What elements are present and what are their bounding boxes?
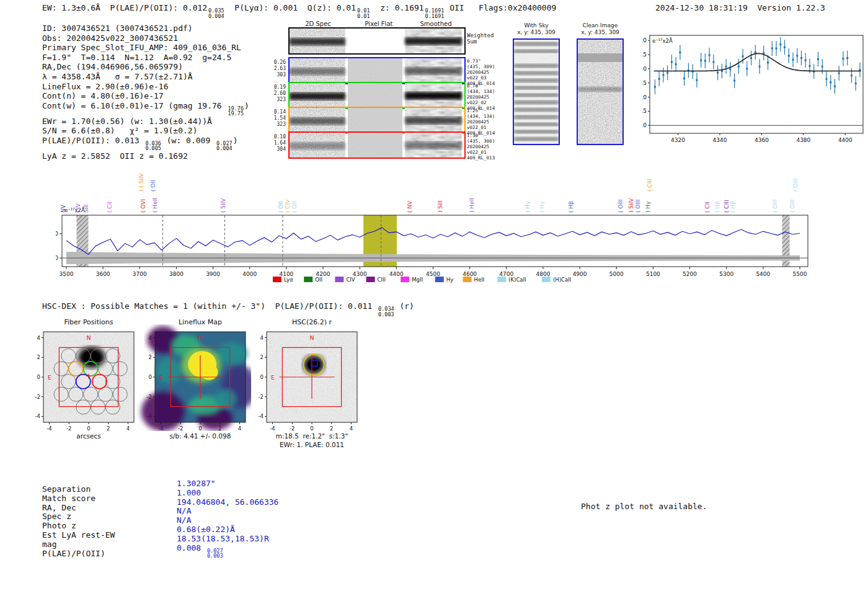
svg-text:4: 4	[37, 335, 40, 341]
info-line-4: RA,Dec (194.046906,56.065979)	[42, 62, 249, 72]
svg-text:0: 0	[260, 374, 264, 380]
svg-text:4: 4	[260, 335, 264, 341]
svg-text:4: 4	[350, 425, 353, 431]
svg-text:-2: -2	[290, 425, 294, 431]
spectral-line-label-Hβ: ( Hβ	[730, 201, 736, 213]
svg-text:4360: 4360	[755, 137, 769, 143]
lineflux-xlabel: s/b: 4.41 +/- 0.098	[148, 432, 253, 440]
info-line-7: Cont(n) = 4.80(±0.16)e-17	[42, 91, 249, 101]
match-row-label-4: Photo z	[42, 521, 76, 531]
svg-text:4400: 4400	[389, 271, 404, 277]
svg-text:0: 0	[87, 425, 90, 431]
svg-text:4380: 4380	[796, 137, 810, 143]
match-row-label-0: Separation	[42, 484, 91, 494]
spectral-line-label-OII: ( OII	[291, 201, 298, 213]
svg-text:4900: 4900	[573, 271, 587, 277]
match-row-value-7: 0.008 0.0270.003	[177, 543, 224, 559]
svg-text:-4: -4	[46, 425, 51, 431]
legend-item-Lyα: Lyα	[284, 277, 293, 283]
svg-text:5300: 5300	[719, 271, 733, 277]
svg-text:0.0: 0.0	[642, 122, 647, 128]
fiber-positions-cutout: -4-4-2-2002244NE	[25, 324, 140, 431]
match-row-label-7: P(LAE)/P(OII)	[42, 549, 105, 559]
with-sky-title: With Sky x, y: 435, 309	[508, 22, 564, 36]
svg-text:5400: 5400	[756, 271, 770, 277]
info-line-0: ID: 3007436521 (3007436521.pdf)	[42, 24, 249, 33]
svg-text:-2: -2	[178, 425, 183, 431]
svg-text:2: 2	[260, 354, 264, 360]
svg-text:4500: 4500	[426, 271, 440, 277]
legend-item-Hy: Hy	[446, 277, 453, 283]
svg-text:4000: 4000	[242, 271, 257, 277]
clean-image-coords: x, y: 435, 309	[572, 29, 628, 36]
info-line-6: LineFlux = 2.90(±0.96)e-16	[42, 82, 249, 92]
legend-item-CIV: CIV	[346, 277, 355, 283]
stacked-fraction: 19.7619.75	[228, 106, 244, 117]
svg-text:10: 10	[56, 231, 58, 237]
svg-text:0: 0	[310, 425, 313, 431]
match-row-value-5: 0.68(±0.22)Å	[177, 525, 235, 535]
spec2d-row-1-weights: 0.262.63303	[272, 60, 286, 78]
svg-text:4340: 4340	[713, 137, 727, 143]
photz-note: Phot z plot not available.	[581, 502, 707, 512]
svg-text:0: 0	[37, 374, 40, 380]
svg-text:4: 4	[126, 425, 130, 431]
svg-text:2: 2	[330, 425, 333, 431]
detection-info-block: ID: 3007436521 (3007436521.pdf)Obs: 2020…	[42, 24, 249, 161]
match-row-value-6: 18.53(18.53,18.53)R	[177, 534, 269, 544]
spectral-line-label-OII: ( OII	[278, 201, 284, 213]
spectral-line-label-CIV: CIV	[75, 203, 81, 213]
hsc-image-cutout: -4-4-2-2002244NE	[248, 324, 363, 431]
svg-text:4800: 4800	[536, 271, 550, 277]
compass-east: E	[48, 374, 51, 381]
svg-text:-4: -4	[259, 413, 264, 419]
svg-text:3500: 3500	[60, 271, 74, 277]
match-row-label-5: Est LyA rest-EW	[42, 530, 115, 540]
legend-item-CIII: CIII	[378, 277, 386, 283]
svg-text:5500: 5500	[793, 271, 807, 277]
svg-text:2.5: 2.5	[642, 108, 647, 114]
svg-text:0: 0	[149, 374, 152, 380]
legend-item-(H)CaII: (H)CaII	[553, 277, 571, 283]
svg-text:12.5: 12.5	[642, 51, 647, 58]
line-fit-zoom-chart: 0.02.55.07.510.012.515.04320434043604380…	[642, 32, 868, 144]
svg-text:-4: -4	[270, 425, 275, 431]
spectral-line-label-NV: NV	[60, 204, 66, 213]
compass-north: N	[198, 334, 202, 341]
svg-text:5100: 5100	[646, 271, 660, 277]
svg-text:-2: -2	[66, 425, 71, 431]
info-line-1: Obs: 20200425v022_3007436521	[42, 33, 249, 43]
match-row-label-2: RA, Dec	[42, 503, 76, 513]
match-row-value-2: 194.046804, 56.066336	[177, 497, 278, 507]
lineflux-map-cutout: -4-4-2-2002244NE	[136, 324, 251, 431]
info-line-2: Primary Spec_Slot_IFU_AMP: 409_016_036_R…	[42, 43, 249, 53]
spectral-line-label-Hγ: ) Hγ	[525, 201, 531, 213]
stacked-fraction: 0.0340.003	[378, 306, 394, 317]
svg-text:2: 2	[149, 354, 152, 360]
match-row-value-0: 1.30287"	[177, 479, 216, 489]
svg-text:4320: 4320	[671, 137, 685, 143]
svg-text:5.0: 5.0	[642, 94, 647, 100]
hsc-xlabel-2: EWr: 1. PLAE: 0.011	[259, 441, 365, 448]
spectral-line-label-OIII: ( OIII	[618, 200, 624, 213]
stacked-fraction: 0.0270.004	[216, 141, 232, 151]
hsc-xlabel-1: m:18.5 re:1.2" s:1.3"	[259, 432, 365, 440]
spectral-line-label-Hγ: ) Hγ	[539, 201, 545, 213]
elixer-report-page: EW: 1.3±0.6Å P(LAE)/P(OII): 0.0120.0350.…	[0, 0, 868, 591]
clean-image-title-text: Clean Image	[572, 22, 628, 29]
spec2d-row-4-fiber-id: 1.30"(435, 300)20200425v022_01409_RL_013	[467, 133, 495, 161]
info-line-10: S/N = 6.6(±0.8) χ² = 1.9(±0.2)	[42, 126, 249, 136]
spec2d-row-1-fiber-id: 0.73"(435, 309)20200425v022_03409_RL_014	[467, 58, 495, 86]
match-row-value-4: N/A	[177, 515, 191, 525]
svg-text:2: 2	[107, 425, 110, 431]
match-row-label-3: Spec z	[42, 512, 71, 522]
svg-text:5200: 5200	[683, 271, 697, 277]
spec2d-row-1	[288, 57, 466, 84]
spectral-line-label-SiIV: ) ( SiIV	[138, 172, 144, 192]
info-line-11: P(LAE)/P(OII): 0.013 0.0360.005 (w: 0.00…	[42, 136, 249, 151]
svg-text:15.0: 15.0	[642, 37, 647, 43]
stacked-fraction: 0.16910.1691	[425, 8, 445, 19]
spectral-line-label-CIII: ( CIII	[724, 200, 730, 213]
spectral-line-label-HeII: ( HeII	[152, 198, 158, 213]
svg-text:2: 2	[37, 354, 40, 360]
